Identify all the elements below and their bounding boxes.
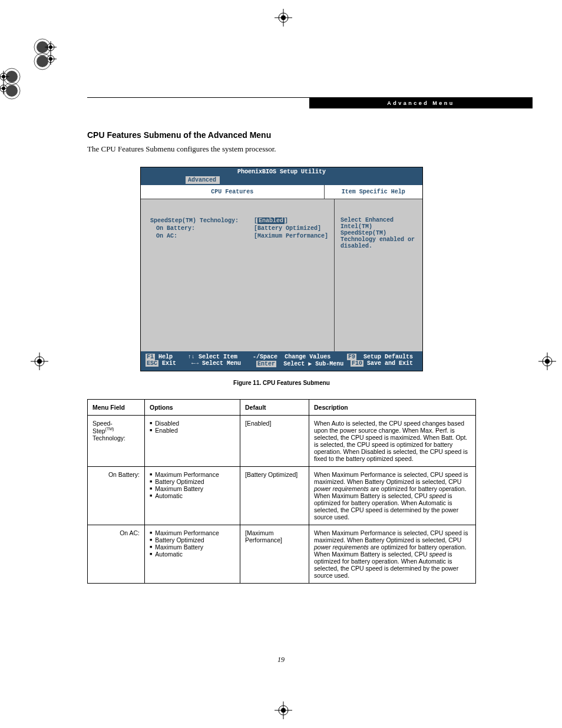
list-item: Maximum Battery xyxy=(150,485,235,492)
table-cell-default: [Battery Optimized] xyxy=(240,467,309,525)
table-cell-menu-field: Speed-Step(TM)Technology: xyxy=(88,416,145,467)
table-cell-menu-field: On AC: xyxy=(88,525,145,584)
figure-caption: Figure 11. CPU Features Submenu xyxy=(87,380,476,386)
table-header-menu-field: Menu Field xyxy=(88,400,145,416)
svg-point-35 xyxy=(281,15,286,20)
description-table: Menu Field Options Default Description S… xyxy=(87,399,476,584)
crop-mark-icon xyxy=(275,9,292,27)
page-number: 19 xyxy=(0,655,562,664)
list-item: Disabled xyxy=(150,420,235,427)
list-item: Maximum Battery xyxy=(150,543,235,551)
bios-field-speedstep-label: SpeedStep(TM) Technology: xyxy=(149,217,253,225)
table-header-options: Options xyxy=(145,400,240,416)
bios-screenshot: PhoenixBIOS Setup Utility Advanced CPU F… xyxy=(140,167,423,371)
svg-point-27 xyxy=(37,359,42,364)
list-item: Automatic xyxy=(150,551,235,558)
list-item: Battery Optimized xyxy=(150,536,235,543)
table-header-default: Default xyxy=(240,400,309,416)
crop-mark-icon xyxy=(31,353,48,370)
section-intro: The CPU Features Submenu configures the … xyxy=(87,144,476,154)
bios-field-on-battery-label: On Battery: xyxy=(149,225,253,232)
table-header-description: Description xyxy=(309,400,476,416)
crop-mark-icon xyxy=(0,71,24,100)
table-row: On Battery:Maximum PerformanceBattery Op… xyxy=(88,467,476,525)
bios-title: PhoenixBIOS Setup Utility xyxy=(141,167,422,176)
bios-footer: F1 Help ↑↓ Select Item -/Space Change Va… xyxy=(141,351,422,371)
svg-point-17 xyxy=(37,55,48,67)
bios-help-text: Select Enhanced Intel(TM) SpeedStep(TM) … xyxy=(335,199,422,351)
list-item: Automatic xyxy=(150,492,235,499)
table-cell-description: When Maximum Performance is selected, CP… xyxy=(309,525,476,584)
table-cell-default: [Enabled] xyxy=(240,416,309,467)
svg-point-39 xyxy=(281,708,286,713)
crop-mark-icon xyxy=(31,41,60,71)
list-item: Battery Optimized xyxy=(150,478,235,485)
table-row: Speed-Step(TM)Technology:DisabledEnabled… xyxy=(88,416,476,467)
svg-point-21 xyxy=(2,75,5,78)
crop-mark-icon xyxy=(275,701,292,719)
svg-point-31 xyxy=(545,359,550,364)
list-item: Maximum Performance xyxy=(150,529,235,536)
svg-point-23 xyxy=(6,85,18,97)
list-item: Enabled xyxy=(150,427,235,434)
crop-mark-icon xyxy=(538,353,556,370)
bios-field-on-ac-value: [Maximum Performance] xyxy=(253,232,329,240)
bios-column-header-right: Item Specific Help xyxy=(325,185,422,199)
svg-point-15 xyxy=(49,45,52,49)
table-cell-menu-field: On Battery: xyxy=(88,467,145,525)
table-cell-options: Maximum PerformanceBattery OptimizedMaxi… xyxy=(145,525,240,584)
table-cell-options: Maximum PerformanceBattery OptimizedMaxi… xyxy=(145,467,240,525)
table-cell-options: DisabledEnabled xyxy=(145,416,240,467)
bios-tabs: Advanced xyxy=(141,176,422,185)
bios-column-header-left: CPU Features xyxy=(141,185,325,199)
table-cell-description: When Auto is selected, the CPU speed cha… xyxy=(309,416,476,467)
bios-field-speedstep-value: [Enabled] xyxy=(253,217,329,225)
bios-field-on-battery-value: [Battery Optimized] xyxy=(253,225,329,232)
bios-tab-advanced: Advanced xyxy=(186,176,220,184)
bios-field-on-ac-label: On AC: xyxy=(149,232,253,240)
table-row: On AC:Maximum PerformanceBattery Optimiz… xyxy=(88,525,476,584)
page-header: Advanced Menu xyxy=(309,98,533,108)
table-cell-default: [Maximum Performance] xyxy=(240,525,309,584)
list-item: Maximum Performance xyxy=(150,471,235,478)
section-title: CPU Features Submenu of the Advanced Men… xyxy=(87,130,476,140)
table-cell-description: When Maximum Performance is selected, CP… xyxy=(309,467,476,525)
